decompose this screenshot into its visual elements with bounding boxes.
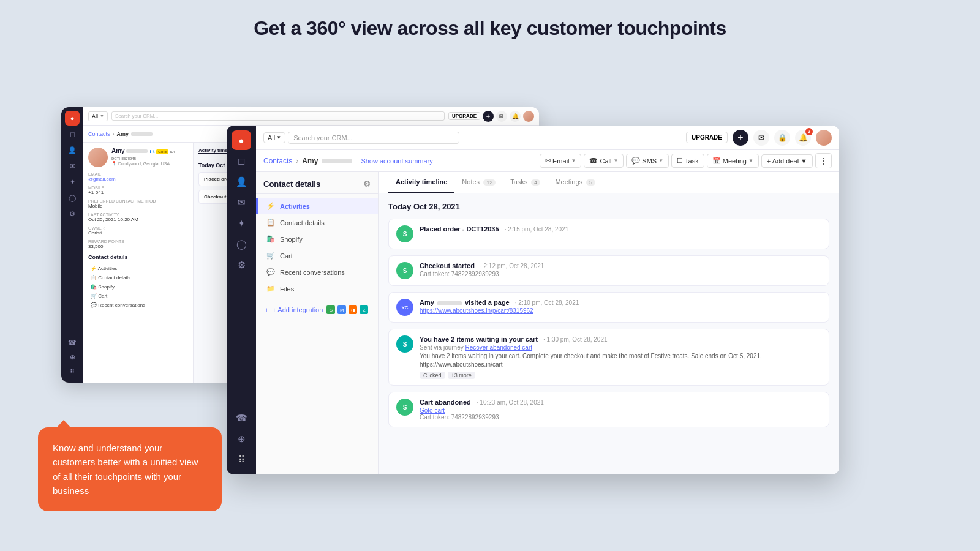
- speech-bubble: Know and understand your customers bette…: [38, 427, 222, 511]
- section-title-sm: Contact details: [88, 254, 188, 260]
- nav-recent-sm[interactable]: 💬 Recent conversations: [88, 301, 188, 310]
- activity-time-3: · 2:10 pm, Oct 28, 2021: [515, 299, 579, 306]
- middle-panel-settings[interactable]: ⚙: [363, 179, 371, 189]
- search-wrap: All ▼ Search your CRM...: [263, 132, 459, 144]
- nav-cart-sm[interactable]: 🛒 Cart: [88, 291, 188, 301]
- breadcrumb-contacts[interactable]: Contacts: [263, 157, 292, 165]
- more-btn[interactable]: ⋮: [815, 153, 832, 168]
- mnav-contact-details[interactable]: 📋 Contact details: [256, 214, 378, 231]
- sidebar-icon-sm-4[interactable]: ✉: [65, 159, 80, 173]
- activity-item-checkout: S Checkout started · 2:12 pm, Oct 28, 20…: [388, 255, 829, 286]
- sidebar-lightning-icon[interactable]: ✦: [232, 214, 251, 233]
- sidebar-contact-icon[interactable]: 👤: [232, 172, 251, 192]
- search-input[interactable]: Search your CRM...: [288, 132, 459, 144]
- sidebar-analytics-icon[interactable]: ◯: [232, 234, 251, 254]
- sms-action-btn[interactable]: 💬 SMS ▼: [626, 154, 669, 168]
- activity-link-3[interactable]: https://www.aboutshoes.in/p/cart/8315962: [420, 307, 821, 314]
- sidebar-logo-icon[interactable]: ●: [232, 130, 251, 150]
- sidebar-msg-icon[interactable]: ✉: [232, 193, 251, 212]
- breadcrumb-bar: Contacts › Amy Show account summary ✉ Em…: [256, 150, 839, 172]
- mnav-recent-conversations[interactable]: 💬 Recent conversations: [256, 264, 378, 280]
- middle-panel-header: Contact details ⚙: [256, 172, 378, 194]
- mnav-activities[interactable]: ⚡ Activities: [256, 198, 378, 214]
- cart-icon: 🛒: [266, 252, 275, 260]
- upgrade-btn-sm[interactable]: UPGRADE: [448, 112, 480, 120]
- breadcrumb-name-sm: Amy: [117, 131, 129, 137]
- tab-activity-timeline[interactable]: Activity timeline: [388, 172, 454, 193]
- activity-info-2: Checkout started · 2:12 pm, Oct 28, 2021…: [420, 262, 821, 279]
- search-all-sm[interactable]: All: [92, 113, 98, 119]
- action-buttons: ✉ Email ▼ ☎ Call ▼ 💬 SMS ▼ ☐ Task 📅 Meet…: [540, 153, 832, 168]
- activity-time-2: · 2:12 pm, Oct 28, 2021: [480, 263, 545, 269]
- page-heading: Get a 360° view across all key customer …: [0, 0, 980, 52]
- sidebar-icon-sm-2[interactable]: ◻: [65, 127, 80, 141]
- activity-title-3: Amy visited a page · 2:10 pm, Oct 28, 20…: [420, 299, 821, 306]
- mnav-files[interactable]: 📁 Files: [256, 280, 378, 297]
- sidebar-icon-sm-bot3[interactable]: ⠿: [65, 364, 80, 379]
- task-action-btn[interactable]: ☐ Task: [671, 154, 704, 168]
- pref-contact-block-sm: Preferred contact method Mobile: [88, 199, 188, 209]
- upgrade-button[interactable]: UPGRADE: [686, 132, 728, 143]
- notif-icon-btn[interactable]: 🔔 2: [795, 130, 811, 146]
- mail-icon-btn[interactable]: ✉: [753, 130, 769, 146]
- owner-block-sm: Owner Christi...: [88, 226, 188, 236]
- mnav-shopify[interactable]: 🛍️ Shopify: [256, 231, 378, 247]
- goto-cart-link[interactable]: Goto cart: [420, 407, 445, 414]
- sidebar-shield-icon[interactable]: ⊕: [232, 429, 251, 449]
- gold-badge-sm: Gold: [156, 149, 168, 154]
- integration-icons: S M ◑ Z: [326, 305, 368, 314]
- nav-contact-details-sm[interactable]: 📋 Contact details: [88, 273, 188, 282]
- search-all-select[interactable]: All ▼: [263, 132, 285, 143]
- breadcrumb-contacts-sm[interactable]: Contacts: [88, 131, 110, 137]
- recover-cart-link[interactable]: Recover abandoned cart: [466, 344, 533, 351]
- mail-btn-sm[interactable]: ✉: [496, 111, 507, 122]
- email-action-btn[interactable]: ✉ Email ▼: [540, 154, 581, 168]
- activity-avatar-4: S: [396, 335, 413, 353]
- plus-btn-sm[interactable]: +: [483, 111, 494, 122]
- sidebar-apps-icon[interactable]: ⠿: [232, 450, 251, 470]
- zendesk-icon: Z: [360, 305, 368, 314]
- nav-list-sm: ⚡ Activities 📋 Contact details 🛍️ Shopif…: [88, 264, 188, 310]
- sidebar-icon-sm-bot[interactable]: ☎: [65, 335, 80, 350]
- reward-block-sm: Reward points 33,500: [88, 239, 188, 249]
- contact-body: Contact details ⚙ ⚡ Activities 📋 Contact…: [256, 172, 839, 474]
- activity-sub-5: Cart token: 74822892939293: [420, 414, 821, 421]
- sidebar-icon-sm-6[interactable]: ◯: [65, 190, 80, 205]
- add-integration[interactable]: + + Add integration S M ◑ Z: [256, 301, 378, 319]
- tabs-bar: Activity timeline Notes 12 Tasks 4 Meeti…: [379, 172, 839, 193]
- activity-item-cart-waiting: S You have 2 items waiting in your cart …: [388, 329, 829, 386]
- sidebar-phone-icon[interactable]: ☎: [232, 408, 251, 428]
- sidebar-home-icon-sm[interactable]: ●: [65, 111, 80, 126]
- sidebar-icon-sm-3[interactable]: 👤: [65, 143, 80, 157]
- sidebar-icon-sm-5[interactable]: ✦: [65, 174, 80, 189]
- activity-item-cart-abandoned: S Cart abandoned · 10:23 am, Oct 28, 202…: [388, 392, 829, 427]
- plus-button[interactable]: +: [733, 130, 748, 146]
- name-redacted-back: [126, 149, 148, 153]
- search-input-sm[interactable]: Search your CRM...: [111, 111, 445, 121]
- sidebar-settings-icon[interactable]: ⚙: [232, 255, 251, 275]
- lock-icon-btn[interactable]: 🔒: [774, 130, 790, 146]
- sidebar: ● ◻ 👤 ✉ ✦ ◯ ⚙ ☎ ⊕ ⠿: [227, 126, 256, 474]
- tab-notes[interactable]: Notes 12: [454, 172, 503, 193]
- tab-tasks[interactable]: Tasks 4: [503, 172, 548, 193]
- meeting-action-btn[interactable]: 📅 Meeting ▼: [707, 154, 759, 168]
- sidebar-grid-icon[interactable]: ◻: [232, 151, 251, 171]
- call-action-btn[interactable]: ☎ Call ▼: [584, 154, 624, 168]
- notif-btn-sm[interactable]: 🔔: [510, 111, 521, 122]
- location-sm: 📍 Dundywood, Georgia, USA: [111, 161, 188, 166]
- nav-activities-sm[interactable]: ⚡ Activities: [88, 264, 188, 273]
- tag-clicked: Clicked: [420, 372, 445, 379]
- tag-row-4: Clicked +3 more: [420, 372, 821, 379]
- tab-meetings[interactable]: Meetings 5: [548, 172, 603, 193]
- show-account-summary[interactable]: Show account summary: [361, 157, 432, 165]
- avatar-sm-small[interactable]: [523, 111, 534, 122]
- sidebar-icon-sm-7[interactable]: ⚙: [65, 206, 80, 221]
- tag-more[interactable]: +3 more: [448, 372, 475, 379]
- mnav-cart[interactable]: 🛒 Cart: [256, 247, 378, 264]
- amy-redacted: [437, 301, 462, 305]
- sidebar-icon-sm-bot2[interactable]: ⊕: [65, 350, 80, 364]
- activity-goto: Goto cart: [420, 407, 821, 414]
- nav-shopify-sm[interactable]: 🛍️ Shopify: [88, 282, 188, 291]
- user-avatar[interactable]: [816, 130, 832, 146]
- add-deal-btn[interactable]: + Add deal ▼: [761, 154, 813, 168]
